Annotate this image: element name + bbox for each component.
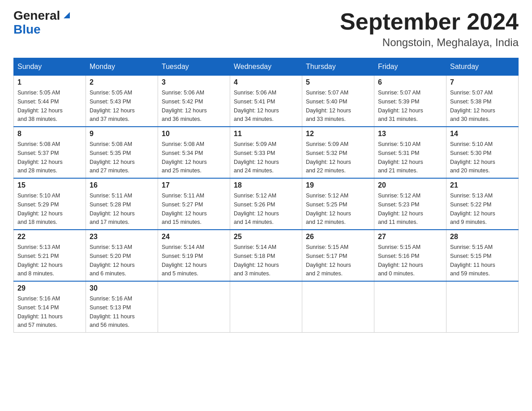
day-info: Sunrise: 5:08 AMSunset: 5:37 PMDaylight:… <box>17 141 63 174</box>
day-info: Sunrise: 5:12 AMSunset: 5:23 PMDaylight:… <box>378 193 423 225</box>
calendar-subtitle: Nongstoin, Meghalaya, India <box>340 36 519 49</box>
day-number: 10 <box>162 130 226 138</box>
day-number: 21 <box>450 181 515 189</box>
col-friday: Friday <box>374 58 446 76</box>
calendar-day-cell: 9 Sunrise: 5:08 AMSunset: 5:35 PMDayligh… <box>86 127 158 178</box>
day-number: 25 <box>234 233 298 241</box>
calendar-week-row: 22 Sunrise: 5:13 AMSunset: 5:21 PMDaylig… <box>14 230 519 281</box>
day-info: Sunrise: 5:08 AMSunset: 5:34 PMDaylight:… <box>162 141 207 174</box>
logo-triangle-icon <box>62 10 72 22</box>
col-thursday: Thursday <box>302 58 374 76</box>
day-number: 12 <box>306 130 370 138</box>
day-number: 22 <box>17 233 82 241</box>
calendar-table: Sunday Monday Tuesday Wednesday Thursday… <box>13 58 519 333</box>
day-info: Sunrise: 5:10 AMSunset: 5:29 PMDaylight:… <box>17 193 63 225</box>
calendar-week-row: 8 Sunrise: 5:08 AMSunset: 5:37 PMDayligh… <box>14 127 519 178</box>
calendar-day-cell: 27 Sunrise: 5:15 AMSunset: 5:16 PMDaylig… <box>374 230 446 281</box>
day-number: 7 <box>450 78 515 86</box>
calendar-day-cell: 20 Sunrise: 5:12 AMSunset: 5:23 PMDaylig… <box>374 178 446 230</box>
day-number: 29 <box>17 284 82 292</box>
day-number: 24 <box>162 233 226 241</box>
day-number: 8 <box>17 130 82 138</box>
col-sunday: Sunday <box>14 58 86 76</box>
calendar-day-cell <box>158 281 230 333</box>
day-info: Sunrise: 5:07 AMSunset: 5:38 PMDaylight:… <box>450 90 495 122</box>
calendar-day-cell <box>446 281 519 333</box>
day-number: 18 <box>234 181 298 189</box>
calendar-day-cell: 7 Sunrise: 5:07 AMSunset: 5:38 PMDayligh… <box>446 76 519 127</box>
col-tuesday: Tuesday <box>158 58 230 76</box>
calendar-day-cell: 24 Sunrise: 5:14 AMSunset: 5:19 PMDaylig… <box>158 230 230 281</box>
logo: General Blue <box>13 9 72 37</box>
day-number: 19 <box>306 181 370 189</box>
day-number: 20 <box>378 181 442 189</box>
day-info: Sunrise: 5:16 AMSunset: 5:14 PMDaylight:… <box>17 295 63 328</box>
calendar-day-cell: 8 Sunrise: 5:08 AMSunset: 5:37 PMDayligh… <box>14 127 86 178</box>
day-number: 11 <box>234 130 298 138</box>
day-info: Sunrise: 5:09 AMSunset: 5:33 PMDaylight:… <box>234 141 279 174</box>
day-info: Sunrise: 5:14 AMSunset: 5:19 PMDaylight:… <box>162 244 207 277</box>
calendar-day-cell <box>302 281 374 333</box>
day-info: Sunrise: 5:13 AMSunset: 5:20 PMDaylight:… <box>90 244 135 277</box>
col-monday: Monday <box>86 58 158 76</box>
header-row: Sunday Monday Tuesday Wednesday Thursday… <box>14 58 519 76</box>
calendar-day-cell: 22 Sunrise: 5:13 AMSunset: 5:21 PMDaylig… <box>14 230 86 281</box>
day-number: 17 <box>162 181 226 189</box>
day-number: 23 <box>90 233 154 241</box>
logo-blue-text: Blue <box>13 23 41 37</box>
calendar-day-cell: 13 Sunrise: 5:10 AMSunset: 5:31 PMDaylig… <box>374 127 446 178</box>
day-number: 2 <box>90 78 154 86</box>
calendar-day-cell: 15 Sunrise: 5:10 AMSunset: 5:29 PMDaylig… <box>14 178 86 230</box>
calendar-day-cell: 3 Sunrise: 5:06 AMSunset: 5:42 PMDayligh… <box>158 76 230 127</box>
calendar-day-cell: 10 Sunrise: 5:08 AMSunset: 5:34 PMDaylig… <box>158 127 230 178</box>
calendar-week-row: 1 Sunrise: 5:05 AMSunset: 5:44 PMDayligh… <box>14 76 519 127</box>
calendar-day-cell: 2 Sunrise: 5:05 AMSunset: 5:43 PMDayligh… <box>86 76 158 127</box>
day-info: Sunrise: 5:07 AMSunset: 5:40 PMDaylight:… <box>306 90 351 122</box>
calendar-day-cell: 4 Sunrise: 5:06 AMSunset: 5:41 PMDayligh… <box>230 76 302 127</box>
calendar-day-cell: 21 Sunrise: 5:13 AMSunset: 5:22 PMDaylig… <box>446 178 519 230</box>
day-info: Sunrise: 5:13 AMSunset: 5:22 PMDaylight:… <box>450 193 495 225</box>
day-number: 30 <box>90 284 154 292</box>
calendar-week-row: 15 Sunrise: 5:10 AMSunset: 5:29 PMDaylig… <box>14 178 519 230</box>
calendar-day-cell: 29 Sunrise: 5:16 AMSunset: 5:14 PMDaylig… <box>14 281 86 333</box>
day-number: 14 <box>450 130 515 138</box>
calendar-day-cell: 28 Sunrise: 5:15 AMSunset: 5:15 PMDaylig… <box>446 230 519 281</box>
day-info: Sunrise: 5:05 AMSunset: 5:43 PMDaylight:… <box>90 90 135 122</box>
title-area: September 2024 Nongstoin, Meghalaya, Ind… <box>340 9 519 49</box>
calendar-day-cell: 1 Sunrise: 5:05 AMSunset: 5:44 PMDayligh… <box>14 76 86 127</box>
day-info: Sunrise: 5:06 AMSunset: 5:41 PMDaylight:… <box>234 90 279 122</box>
calendar-day-cell: 25 Sunrise: 5:14 AMSunset: 5:18 PMDaylig… <box>230 230 302 281</box>
calendar-day-cell: 16 Sunrise: 5:11 AMSunset: 5:28 PMDaylig… <box>86 178 158 230</box>
day-info: Sunrise: 5:07 AMSunset: 5:39 PMDaylight:… <box>378 90 423 122</box>
day-info: Sunrise: 5:05 AMSunset: 5:44 PMDaylight:… <box>17 90 63 122</box>
day-info: Sunrise: 5:15 AMSunset: 5:15 PMDaylight:… <box>450 244 495 277</box>
calendar-day-cell: 5 Sunrise: 5:07 AMSunset: 5:40 PMDayligh… <box>302 76 374 127</box>
calendar-day-cell: 14 Sunrise: 5:10 AMSunset: 5:30 PMDaylig… <box>446 127 519 178</box>
day-number: 27 <box>378 233 442 241</box>
calendar-day-cell: 11 Sunrise: 5:09 AMSunset: 5:33 PMDaylig… <box>230 127 302 178</box>
day-number: 6 <box>378 78 442 86</box>
day-info: Sunrise: 5:09 AMSunset: 5:32 PMDaylight:… <box>306 141 351 174</box>
day-info: Sunrise: 5:06 AMSunset: 5:42 PMDaylight:… <box>162 90 207 122</box>
calendar-week-row: 29 Sunrise: 5:16 AMSunset: 5:14 PMDaylig… <box>14 281 519 333</box>
day-number: 5 <box>306 78 370 86</box>
calendar-day-cell: 30 Sunrise: 5:16 AMSunset: 5:13 PMDaylig… <box>86 281 158 333</box>
page-header: General Blue September 2024 Nongstoin, M… <box>13 9 519 49</box>
calendar-day-cell: 17 Sunrise: 5:11 AMSunset: 5:27 PMDaylig… <box>158 178 230 230</box>
day-number: 15 <box>17 181 82 189</box>
day-number: 13 <box>378 130 442 138</box>
day-info: Sunrise: 5:12 AMSunset: 5:25 PMDaylight:… <box>306 193 351 225</box>
calendar-day-cell: 18 Sunrise: 5:12 AMSunset: 5:26 PMDaylig… <box>230 178 302 230</box>
day-info: Sunrise: 5:13 AMSunset: 5:21 PMDaylight:… <box>17 244 63 277</box>
day-number: 3 <box>162 78 226 86</box>
calendar-title: September 2024 <box>340 9 519 34</box>
day-info: Sunrise: 5:11 AMSunset: 5:28 PMDaylight:… <box>90 193 135 225</box>
col-saturday: Saturday <box>446 58 519 76</box>
day-info: Sunrise: 5:15 AMSunset: 5:17 PMDaylight:… <box>306 244 351 277</box>
day-number: 4 <box>234 78 298 86</box>
svg-marker-0 <box>64 12 70 18</box>
calendar-day-cell: 26 Sunrise: 5:15 AMSunset: 5:17 PMDaylig… <box>302 230 374 281</box>
day-info: Sunrise: 5:16 AMSunset: 5:13 PMDaylight:… <box>90 295 135 328</box>
day-info: Sunrise: 5:10 AMSunset: 5:31 PMDaylight:… <box>378 141 423 174</box>
calendar-day-cell: 19 Sunrise: 5:12 AMSunset: 5:25 PMDaylig… <box>302 178 374 230</box>
